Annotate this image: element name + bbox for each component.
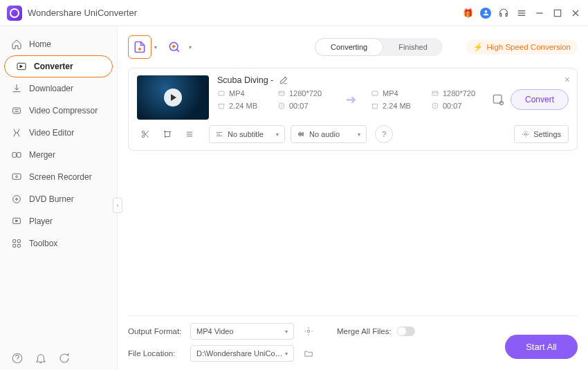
tab-finished[interactable]: Finished bbox=[383, 38, 443, 56]
src-format: MP4 bbox=[229, 89, 245, 98]
svg-rect-10 bbox=[17, 153, 21, 158]
maximize-icon[interactable] bbox=[552, 8, 563, 19]
menu-icon[interactable] bbox=[516, 8, 527, 19]
sidebar-item-downloader[interactable]: Downloader bbox=[0, 77, 117, 100]
add-file-caret[interactable]: ▾ bbox=[154, 44, 157, 50]
sidebar-item-player[interactable]: Player bbox=[0, 210, 117, 232]
sidebar-item-merger[interactable]: Merger bbox=[0, 144, 117, 166]
merge-toggle[interactable] bbox=[397, 326, 415, 336]
open-folder-icon[interactable] bbox=[301, 346, 316, 361]
svg-rect-8 bbox=[13, 108, 21, 113]
help-icon[interactable] bbox=[11, 352, 24, 364]
svg-point-14 bbox=[16, 198, 18, 201]
svg-rect-19 bbox=[17, 244, 20, 247]
remove-file-button[interactable]: × bbox=[564, 74, 570, 85]
svg-rect-16 bbox=[13, 240, 16, 243]
video-thumbnail[interactable] bbox=[137, 75, 209, 120]
convert-button[interactable]: Convert bbox=[511, 89, 569, 110]
file-card: × Scuba Diving - MP4 1280*720 ➔ MP4 1 bbox=[128, 68, 578, 151]
headset-icon[interactable] bbox=[498, 8, 509, 19]
preset-icon[interactable] bbox=[491, 93, 505, 107]
src-duration: 00:07 bbox=[289, 102, 309, 110]
svg-point-12 bbox=[16, 176, 18, 178]
high-speed-button[interactable]: ⚡ High Speed Conversion bbox=[466, 39, 578, 55]
crop-button[interactable] bbox=[159, 126, 176, 142]
svg-point-40 bbox=[525, 133, 527, 136]
svg-rect-22 bbox=[219, 91, 224, 95]
sidebar-item-label: Video Editor bbox=[29, 128, 74, 138]
feedback-icon[interactable] bbox=[58, 352, 71, 364]
dst-size: 2.24 MB bbox=[383, 102, 411, 110]
user-avatar[interactable] bbox=[480, 8, 491, 19]
subtitle-dropdown[interactable]: No subtitle▾ bbox=[209, 125, 285, 143]
svg-point-13 bbox=[13, 196, 21, 203]
play-icon bbox=[164, 89, 182, 107]
file-location-dropdown[interactable]: D:\Wondershare UniConverter▾ bbox=[190, 345, 294, 362]
audio-dropdown[interactable]: No audio▾ bbox=[291, 125, 367, 143]
titlebar: Wondershare UniConverter 🎁 bbox=[0, 0, 588, 26]
app-title: Wondershare UniConverter bbox=[28, 8, 137, 18]
minimize-icon[interactable] bbox=[534, 8, 545, 19]
output-settings-icon[interactable] bbox=[301, 324, 316, 339]
svg-rect-4 bbox=[554, 10, 560, 16]
arrow-icon: ➔ bbox=[338, 92, 365, 107]
src-resolution: 1280*720 bbox=[289, 89, 322, 98]
sidebar-item-label: Converter bbox=[34, 62, 73, 71]
svg-rect-25 bbox=[432, 91, 438, 95]
sidebar-item-converter[interactable]: Converter bbox=[4, 55, 113, 77]
add-url-button[interactable] bbox=[163, 35, 186, 59]
merge-label: Merge All Files: bbox=[337, 327, 392, 335]
bolt-icon: ⚡ bbox=[473, 42, 483, 52]
svg-rect-32 bbox=[165, 132, 170, 137]
add-file-button[interactable] bbox=[128, 35, 151, 59]
add-url-caret[interactable]: ▾ bbox=[189, 44, 192, 50]
sidebar-item-label: Video Compressor bbox=[29, 106, 98, 115]
svg-rect-36 bbox=[299, 133, 300, 136]
settings-button[interactable]: Settings bbox=[514, 125, 569, 143]
start-all-button[interactable]: Start All bbox=[505, 335, 578, 359]
file-name: Scuba Diving - bbox=[217, 75, 273, 85]
sidebar-item-toolbox[interactable]: Toolbox bbox=[0, 232, 117, 255]
svg-rect-38 bbox=[302, 133, 302, 136]
svg-point-41 bbox=[307, 330, 310, 333]
sidebar-item-home[interactable]: Home bbox=[0, 33, 117, 55]
sidebar-item-editor[interactable]: Video Editor bbox=[0, 122, 117, 144]
svg-rect-24 bbox=[372, 91, 378, 95]
sidebar: Home Converter Downloader Video Compress… bbox=[0, 26, 118, 370]
file-location-label: File Location: bbox=[128, 349, 183, 358]
dst-format: MP4 bbox=[383, 89, 398, 98]
sidebar-item-dvd[interactable]: DVD Burner bbox=[0, 188, 117, 210]
dst-resolution: 1280*720 bbox=[443, 89, 475, 98]
svg-rect-37 bbox=[300, 132, 301, 136]
info-button[interactable]: ? bbox=[375, 125, 393, 143]
sidebar-item-label: DVD Burner bbox=[29, 194, 74, 204]
svg-rect-17 bbox=[17, 240, 20, 243]
app-logo bbox=[7, 6, 22, 21]
sidebar-item-label: Screen Recorder bbox=[29, 172, 92, 182]
sidebar-item-label: Home bbox=[29, 39, 51, 49]
sidebar-item-label: Toolbox bbox=[29, 239, 57, 248]
edit-name-icon[interactable] bbox=[279, 75, 288, 85]
output-format-label: Output Format: bbox=[128, 327, 183, 335]
trim-button[interactable] bbox=[137, 126, 154, 142]
tab-segment: Converting Finished bbox=[315, 38, 443, 56]
effects-button[interactable] bbox=[181, 126, 198, 142]
svg-rect-39 bbox=[303, 133, 304, 136]
tab-converting[interactable]: Converting bbox=[315, 38, 383, 56]
sidebar-item-compressor[interactable]: Video Compressor bbox=[0, 100, 117, 122]
svg-rect-11 bbox=[12, 174, 21, 179]
svg-rect-9 bbox=[12, 153, 16, 158]
src-size: 2.24 MB bbox=[229, 102, 257, 110]
bell-icon[interactable] bbox=[35, 352, 47, 364]
content: ▾ ▾ Converting Finished ⚡ High Speed Con… bbox=[118, 26, 588, 370]
sidebar-item-label: Merger bbox=[29, 150, 55, 160]
svg-rect-18 bbox=[13, 244, 16, 247]
close-icon[interactable] bbox=[570, 8, 581, 19]
sidebar-item-recorder[interactable]: Screen Recorder bbox=[0, 166, 117, 188]
dst-duration: 00:07 bbox=[443, 102, 462, 110]
output-format-dropdown[interactable]: MP4 Video▾ bbox=[190, 323, 294, 340]
gift-icon[interactable]: 🎁 bbox=[462, 8, 473, 19]
svg-rect-23 bbox=[279, 91, 284, 95]
sidebar-item-label: Downloader bbox=[29, 84, 73, 93]
sidebar-item-label: Player bbox=[29, 216, 53, 226]
